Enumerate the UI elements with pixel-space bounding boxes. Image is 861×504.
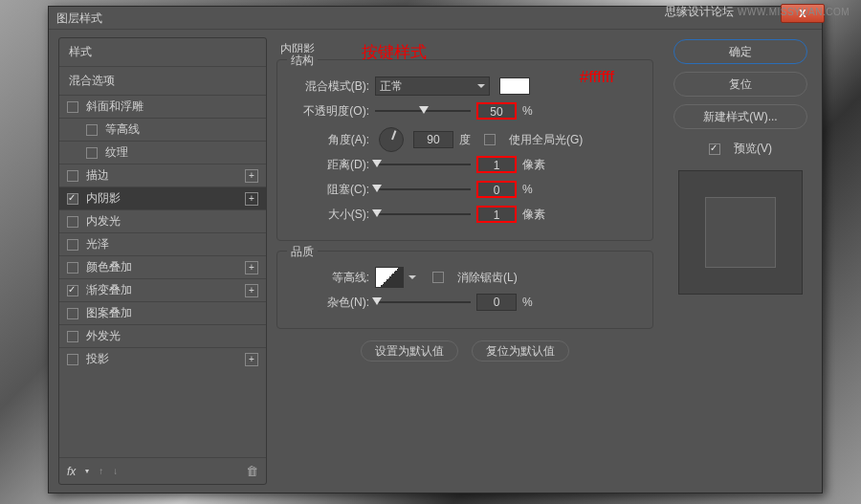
contour-picker[interactable] — [375, 267, 404, 288]
style-item-10[interactable]: 外发光 — [59, 324, 266, 347]
layer-style-dialog: 图层样式 X 样式 混合选项 斜面和浮雕等高线纹理描边+内阴影+内发光光泽颜色叠… — [48, 6, 823, 493]
styles-header[interactable]: 样式 — [59, 38, 266, 66]
antialias-label: 消除锯齿(L) — [457, 270, 518, 286]
style-item-9[interactable]: 图案叠加 — [59, 301, 266, 324]
antialias-checkbox[interactable] — [432, 272, 444, 283]
sidebar-footer: fx ▾ ↑ ↓ 🗑 — [59, 457, 266, 484]
angle-label: 角度(A): — [289, 132, 369, 148]
color-swatch[interactable] — [499, 77, 530, 95]
style-item-3[interactable]: 描边+ — [59, 164, 266, 186]
style-checkbox[interactable] — [67, 239, 78, 251]
cancel-button[interactable]: 复位 — [673, 72, 807, 97]
preview-inner — [705, 197, 776, 268]
quality-legend: 品质 — [287, 244, 318, 260]
add-effect-icon[interactable]: + — [245, 261, 258, 274]
style-checkbox[interactable] — [67, 193, 78, 205]
fx-icon[interactable]: fx — [67, 465, 76, 478]
global-light-checkbox[interactable] — [484, 134, 496, 145]
style-checkbox[interactable] — [67, 262, 78, 274]
add-effect-icon[interactable]: + — [245, 353, 258, 366]
move-down-icon[interactable]: ↓ — [113, 466, 118, 476]
contour-label: 等高线: — [289, 270, 369, 286]
noise-unit: % — [522, 296, 551, 309]
opacity-unit: % — [522, 104, 551, 118]
style-item-1[interactable]: 等高线 — [59, 118, 266, 141]
preview-checkbox[interactable] — [709, 143, 720, 155]
style-checkbox[interactable] — [86, 124, 98, 136]
ok-button[interactable]: 确定 — [673, 39, 807, 64]
blend-mode-value: 正常 — [380, 78, 403, 95]
style-checkbox[interactable] — [67, 101, 78, 113]
structure-fieldset: 结构 按键样式 #ffffff 混合模式(B): 正常 不透明度(O): 50 … — [276, 59, 653, 241]
size-label: 大小(S): — [289, 207, 369, 223]
noise-input[interactable]: 0 — [476, 294, 517, 311]
watermark-url: WWW.MISSYUAN.COM — [738, 7, 850, 17]
style-label: 等高线 — [105, 121, 140, 138]
size-slider[interactable] — [375, 208, 471, 221]
size-unit: 像素 — [522, 207, 551, 223]
style-label: 内发光 — [86, 213, 121, 230]
move-up-icon[interactable]: ↑ — [99, 466, 103, 476]
distance-unit: 像素 — [522, 157, 551, 173]
styles-sidebar: 样式 混合选项 斜面和浮雕等高线纹理描边+内阴影+内发光光泽颜色叠加+渐变叠加+… — [58, 37, 267, 485]
blend-options-header[interactable]: 混合选项 — [59, 66, 266, 95]
angle-input[interactable]: 90 — [413, 131, 453, 148]
style-label: 斜面和浮雕 — [86, 99, 144, 115]
opacity-slider[interactable] — [375, 104, 471, 118]
opacity-input[interactable]: 50 — [476, 102, 517, 120]
add-effect-icon[interactable]: + — [245, 169, 258, 183]
distance-label: 距离(D): — [289, 157, 369, 173]
opacity-label: 不透明度(O): — [289, 103, 369, 120]
style-checkbox[interactable] — [67, 170, 78, 182]
preview-box — [678, 170, 803, 295]
noise-label: 杂色(N): — [289, 295, 369, 311]
blend-mode-select[interactable]: 正常 — [375, 77, 490, 96]
reset-default-button[interactable]: 复位为默认值 — [472, 340, 569, 362]
global-light-label: 使用全局光(G) — [509, 132, 583, 148]
style-item-11[interactable]: 投影+ — [59, 347, 266, 370]
style-checkbox[interactable] — [67, 354, 78, 365]
style-label: 描边 — [86, 167, 109, 184]
add-effect-icon[interactable]: + — [245, 284, 258, 297]
choke-slider[interactable] — [375, 183, 471, 196]
style-item-2[interactable]: 纹理 — [59, 141, 266, 164]
style-item-0[interactable]: 斜面和浮雕 — [59, 95, 266, 118]
new-style-button[interactable]: 新建样式(W)... — [673, 104, 807, 129]
make-default-button[interactable]: 设置为默认值 — [361, 340, 458, 362]
style-checkbox[interactable] — [86, 147, 98, 159]
style-label: 光泽 — [86, 236, 109, 252]
quality-fieldset: 品质 等高线: 消除锯齿(L) 杂色(N): 0 % — [276, 251, 653, 329]
style-label: 外发光 — [86, 328, 121, 344]
style-item-4[interactable]: 内阴影+ — [59, 186, 266, 209]
style-label: 颜色叠加 — [86, 259, 132, 275]
angle-dial[interactable] — [379, 127, 404, 152]
distance-input[interactable]: 1 — [476, 156, 517, 173]
style-checkbox[interactable] — [67, 216, 78, 228]
style-item-5[interactable]: 内发光 — [59, 209, 266, 232]
style-label: 投影 — [86, 351, 109, 367]
annotation-style: 按键样式 — [362, 41, 427, 63]
style-item-6[interactable]: 光泽 — [59, 232, 266, 255]
add-effect-icon[interactable]: + — [245, 192, 258, 206]
angle-unit: 度 — [459, 132, 471, 148]
choke-unit: % — [522, 183, 551, 196]
fx-chevron-icon[interactable]: ▾ — [85, 467, 89, 475]
trash-icon[interactable]: 🗑 — [246, 464, 258, 478]
style-checkbox[interactable] — [67, 285, 78, 296]
preview-label: 预览(V) — [734, 141, 772, 157]
blend-mode-label: 混合模式(B): — [289, 78, 369, 95]
style-label: 图案叠加 — [86, 305, 132, 321]
size-input[interactable]: 1 — [476, 206, 517, 223]
noise-slider[interactable] — [375, 296, 471, 309]
settings-panel: 内阴影 结构 按键样式 #ffffff 混合模式(B): 正常 不透明度(O):… — [271, 30, 659, 493]
right-column: 确定 复位 新建样式(W)... 预览(V) — [659, 30, 822, 493]
panel-title: 内阴影 — [280, 41, 653, 57]
style-checkbox[interactable] — [67, 331, 78, 342]
choke-input[interactable]: 0 — [476, 181, 517, 198]
style-checkbox[interactable] — [67, 308, 78, 319]
distance-slider[interactable] — [375, 158, 471, 171]
style-item-8[interactable]: 渐变叠加+ — [59, 278, 266, 301]
annotation-color: #ffffff — [580, 68, 614, 87]
style-item-7[interactable]: 颜色叠加+ — [59, 255, 266, 278]
style-label: 纹理 — [105, 144, 128, 161]
